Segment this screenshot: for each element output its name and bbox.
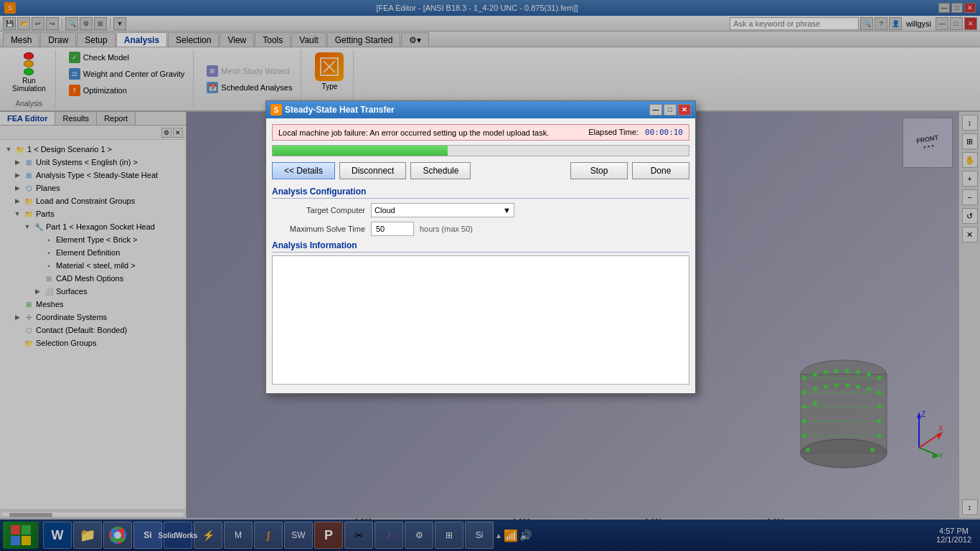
target-computer-label: Target Computer: [272, 206, 365, 215]
elapsed-label: Elapsed Time:: [588, 128, 639, 136]
target-computer-select[interactable]: Cloud ▼: [371, 203, 514, 217]
dialog-button-row: << Details Disconnect Schedule Stop Done: [272, 162, 689, 179]
done-button[interactable]: Done: [632, 162, 689, 179]
max-solve-label: Maximum Solve Time: [272, 225, 365, 233]
dialog-title-left: S Steady-State Heat Transfer: [270, 104, 395, 116]
schedule-button[interactable]: Schedule: [410, 162, 471, 179]
elapsed-time-display: Elapsed Time: 00:00:10: [588, 128, 683, 137]
target-computer-value: Cloud: [374, 206, 395, 215]
buttons-spacer: [475, 162, 566, 179]
stop-button[interactable]: Stop: [570, 162, 628, 179]
dialog-maximize-button[interactable]: □: [664, 104, 677, 116]
dialog-minimize-button[interactable]: —: [649, 104, 662, 116]
dialog-icon: S: [270, 104, 282, 116]
analysis-config-label: Analysis Configuration: [272, 187, 689, 199]
target-computer-row: Target Computer Cloud ▼: [272, 203, 689, 217]
analysis-info-box: [272, 255, 689, 385]
dialog-titlebar: S Steady-State Heat Transfer — □ ✕: [266, 101, 695, 118]
max-solve-row: Maximum Solve Time hours (max 50): [272, 222, 689, 236]
disconnect-button[interactable]: Disconnect: [339, 162, 406, 179]
max-solve-unit: hours (max 50): [420, 225, 473, 233]
max-solve-input[interactable]: [371, 222, 414, 236]
dialog-controls: — □ ✕: [649, 104, 691, 116]
error-message-text: Local machine job failure: An error occu…: [278, 128, 549, 137]
details-button[interactable]: << Details: [272, 162, 335, 179]
dialog-body: Local machine job failure: An error occu…: [266, 118, 695, 393]
elapsed-time-value: 00:00:10: [645, 128, 683, 137]
dialog-close-button[interactable]: ✕: [678, 104, 691, 116]
dialog-title: Steady-State Heat Transfer: [285, 105, 395, 115]
dialog-steady-state: S Steady-State Heat Transfer — □ ✕ Local…: [265, 100, 696, 394]
progress-bar-container: [272, 145, 689, 156]
analysis-info-label: Analysis Information: [272, 240, 689, 253]
modal-overlay: S Steady-State Heat Transfer — □ ✕ Local…: [0, 0, 980, 551]
progress-bar-fill: [273, 146, 448, 156]
dropdown-arrow-icon: ▼: [503, 206, 511, 215]
error-message-bar: Local machine job failure: An error occu…: [272, 124, 689, 141]
